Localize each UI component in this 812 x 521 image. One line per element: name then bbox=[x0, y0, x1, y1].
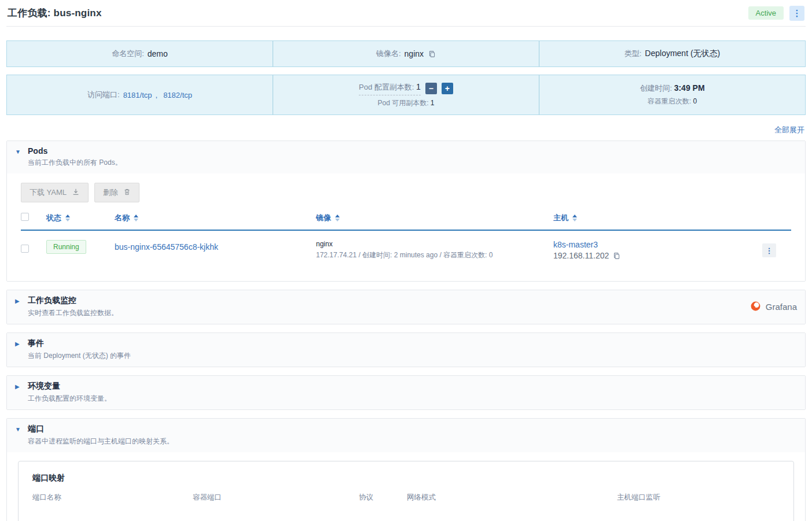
pod-row-actions-button[interactable]: ⋮ bbox=[762, 243, 776, 257]
workload-detail-page: 工作负载: bus-nginx Active ⋮ 命名空间: demo 镜像名:… bbox=[0, 0, 812, 521]
port-link[interactable]: 8181/tcp bbox=[123, 91, 152, 99]
section-events-title: 事件 bbox=[28, 338, 131, 349]
section-monitoring: ▶ 工作负载监控 实时查看工作负载监控数据。 Grafana bbox=[6, 290, 806, 324]
expand-icon[interactable]: ▶ bbox=[15, 383, 22, 390]
section-ports-heading: 端口 容器中进程监听的端口与主机端口的映射关系。 bbox=[28, 424, 174, 446]
download-yaml-label: 下载 YAML bbox=[30, 187, 67, 198]
workload-meta-bar: 命名空间: demo 镜像名: nginx 类型: Deployment (无状… bbox=[6, 40, 806, 67]
collapse-icon[interactable]: ▼ bbox=[15, 426, 22, 433]
namespace-label: 命名空间: bbox=[112, 49, 144, 59]
column-status-label: 状态 bbox=[46, 213, 61, 223]
pods-toolbar: 下载 YAML 删除 bbox=[21, 183, 791, 202]
section-monitoring-header[interactable]: ▶ 工作负载监控 实时查看工作负载监控数据。 Grafana bbox=[7, 290, 805, 324]
copy-icon[interactable] bbox=[613, 252, 620, 260]
type-label: 类型: bbox=[624, 49, 642, 59]
namespace-value: demo bbox=[148, 49, 168, 58]
restarts-line: 容器重启次数: 0 bbox=[648, 97, 697, 106]
more-actions-button[interactable]: ⋮ bbox=[789, 6, 804, 21]
grafana-link[interactable]: Grafana bbox=[750, 301, 797, 313]
copy-icon[interactable] bbox=[428, 50, 436, 58]
section-env-header[interactable]: ▶ 环境变量 工作负载配置的环境变量。 bbox=[7, 376, 805, 409]
plus-icon: + bbox=[445, 84, 450, 93]
host-name-link[interactable]: k8s-master3 bbox=[553, 240, 762, 249]
section-ports-subtitle: 容器中进程监听的端口与主机端口的映射关系。 bbox=[28, 437, 174, 446]
image-cell: 镜像名: nginx bbox=[273, 41, 539, 66]
trash-icon bbox=[123, 188, 131, 198]
kebab-icon: ⋮ bbox=[766, 246, 773, 255]
replicas-increase-button[interactable]: + bbox=[442, 83, 453, 94]
col-protocol: 协议 bbox=[359, 493, 407, 502]
created-value: 3:49 PM bbox=[674, 83, 705, 93]
select-all-checkbox[interactable] bbox=[21, 213, 29, 221]
pod-status-badge: Running bbox=[46, 240, 86, 254]
row-checkbox[interactable] bbox=[21, 245, 29, 253]
port-row: myport 8181 TCP HostPort 8181 bbox=[32, 505, 780, 521]
replicas-config: Pod 配置副本数: 1 bbox=[359, 82, 421, 95]
ports-table-header: 端口名称 容器端口 协议 网络模式 主机端口监听 bbox=[32, 483, 780, 505]
section-events: ▶ 事件 当前 Deployment (无状态) 的事件 bbox=[6, 332, 806, 367]
created-line: 创建时间: 3:49 PM bbox=[640, 83, 704, 94]
replicas-config-line: Pod 配置副本数: 1 − + bbox=[359, 82, 453, 95]
delete-label: 删除 bbox=[103, 187, 118, 198]
section-pods: ▼ Pods 当前工作负载中的所有 Pods。 下载 YAML 删除 bbox=[6, 141, 806, 282]
grafana-icon bbox=[750, 301, 761, 313]
expand-icon[interactable]: ▶ bbox=[15, 341, 22, 347]
host-ip-value: 192.168.11.202 bbox=[553, 251, 609, 260]
replicas-decrease-button[interactable]: − bbox=[425, 83, 437, 94]
available-label: Pod 可用副本数: bbox=[377, 99, 428, 107]
section-pods-header[interactable]: ▼ Pods 当前工作负载中的所有 Pods。 bbox=[7, 141, 805, 173]
column-host[interactable]: 主机 bbox=[553, 213, 762, 223]
sort-icon[interactable] bbox=[572, 215, 577, 221]
section-monitoring-heading: 工作负载监控 实时查看工作负载监控数据。 bbox=[28, 295, 118, 318]
image-label: 镜像名: bbox=[376, 49, 401, 59]
created-cell: 创建时间: 3:49 PM 容器重启次数: 0 bbox=[539, 75, 805, 114]
port-mapping-card: 端口映射 端口名称 容器端口 协议 网络模式 主机端口监听 myport 818… bbox=[18, 461, 794, 521]
replicas-label: Pod 配置副本数: bbox=[359, 83, 414, 91]
pod-image-cell: nginx 172.17.74.21 / 创建时间: 2 minutes ago… bbox=[316, 240, 553, 260]
expand-all-link[interactable]: 全部展开 bbox=[774, 125, 804, 134]
sort-icon[interactable] bbox=[65, 215, 70, 221]
column-image[interactable]: 镜像 bbox=[316, 213, 553, 223]
section-env-title: 环境变量 bbox=[28, 381, 111, 391]
collapse-icon[interactable]: ▼ bbox=[15, 149, 22, 155]
download-yaml-button[interactable]: 下载 YAML bbox=[21, 183, 89, 202]
page-header: 工作负载: bus-nginx Active ⋮ bbox=[6, 0, 806, 27]
pods-table-header: 状态 名称 镜像 主机 bbox=[21, 213, 791, 231]
column-status[interactable]: 状态 bbox=[46, 213, 115, 223]
sort-icon[interactable] bbox=[134, 215, 138, 221]
section-events-heading: 事件 当前 Deployment (无状态) 的事件 bbox=[28, 338, 131, 361]
header-actions: Active ⋮ bbox=[748, 6, 804, 21]
pod-name-link[interactable]: bus-nginx-65645756c8-kjkhk bbox=[115, 242, 316, 252]
section-ports-header[interactable]: ▼ 端口 容器中进程监听的端口与主机端口的映射关系。 bbox=[7, 419, 805, 452]
port-link[interactable]: 8182/tcp bbox=[163, 91, 192, 99]
replicas-available-line: Pod 可用副本数: 1 bbox=[377, 98, 434, 108]
expand-icon[interactable]: ▶ bbox=[15, 298, 22, 304]
restarts-value: 0 bbox=[693, 97, 697, 105]
column-name-label: 名称 bbox=[115, 213, 130, 223]
column-name[interactable]: 名称 bbox=[115, 213, 316, 223]
image-value: nginx bbox=[405, 49, 424, 58]
section-events-subtitle: 当前 Deployment (无状态) 的事件 bbox=[28, 351, 131, 361]
column-host-label: 主机 bbox=[553, 213, 568, 223]
replicas-cell: Pod 配置副本数: 1 − + Pod 可用副本数: 1 bbox=[273, 75, 539, 114]
delete-button[interactable]: 删除 bbox=[94, 183, 139, 202]
status-badge: Active bbox=[748, 6, 784, 20]
kebab-icon: ⋮ bbox=[793, 8, 802, 18]
section-pods-title: Pods bbox=[28, 146, 122, 156]
ports-separator: , bbox=[156, 91, 158, 99]
section-pods-heading: Pods 当前工作负载中的所有 Pods。 bbox=[28, 146, 122, 168]
ports-content: 端口映射 端口名称 容器端口 协议 网络模式 主机端口监听 myport 818… bbox=[7, 452, 805, 521]
section-events-header[interactable]: ▶ 事件 当前 Deployment (无状态) 的事件 bbox=[7, 333, 805, 367]
host-ip: 192.168.11.202 bbox=[553, 251, 762, 260]
grafana-label: Grafana bbox=[766, 302, 797, 312]
expand-all-row: 全部展开 bbox=[8, 124, 804, 135]
col-container-port: 容器端口 bbox=[193, 493, 359, 502]
section-monitoring-title: 工作负载监控 bbox=[28, 295, 118, 306]
namespace-cell: 命名空间: demo bbox=[7, 41, 273, 66]
minus-icon: − bbox=[429, 84, 433, 93]
section-env: ▶ 环境变量 工作负载配置的环境变量。 bbox=[6, 375, 806, 410]
col-host-port: 主机端口监听 bbox=[617, 493, 780, 502]
sort-icon[interactable] bbox=[335, 215, 340, 221]
pods-table: 状态 名称 镜像 主机 bbox=[21, 213, 791, 266]
type-cell: 类型: Deployment (无状态) bbox=[539, 41, 805, 66]
